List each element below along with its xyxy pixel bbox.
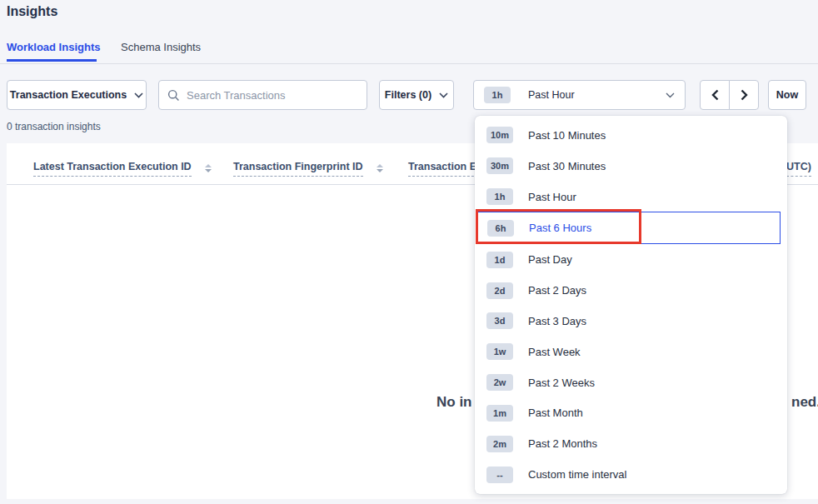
time-window-arrows xyxy=(700,80,760,110)
time-range-selector[interactable]: 1h Past Hour xyxy=(473,80,686,110)
sort-icon[interactable] xyxy=(377,164,383,172)
column-header-clipped-mid: Transaction Ex xyxy=(408,161,482,177)
tab-schema-insights[interactable]: Schema Insights xyxy=(121,41,201,53)
column-header-label[interactable]: Latest Transaction Execution ID xyxy=(33,161,192,177)
time-option-2m[interactable]: 2m Past 2 Months xyxy=(475,428,787,459)
time-option-label: Past 2 Weeks xyxy=(528,377,595,389)
search-box[interactable] xyxy=(158,80,367,110)
page-title: Insights xyxy=(7,4,57,19)
chevron-down-icon xyxy=(134,92,143,98)
time-option-badge: 10m xyxy=(486,127,513,143)
chevron-down-icon xyxy=(666,92,675,98)
tabs-divider xyxy=(0,63,818,64)
search-transactions-input[interactable] xyxy=(187,89,358,102)
next-time-window-button[interactable] xyxy=(729,80,759,110)
filters-button[interactable]: Filters (0) xyxy=(379,80,454,110)
time-option-label: Past 10 Minutes xyxy=(528,129,606,142)
tab-workload-insights[interactable]: Workload Insights xyxy=(7,41,100,53)
time-option-label: Past 3 Days xyxy=(528,315,586,327)
filters-label: Filters (0) xyxy=(385,89,431,101)
time-option-badge: 3d xyxy=(486,312,513,329)
time-range-badge: 1h xyxy=(484,87,511,103)
time-option-2w[interactable]: 2w Past 2 Weeks xyxy=(475,367,787,398)
column-header-label[interactable]: Transaction Fingerprint ID xyxy=(233,161,363,177)
execution-type-dropdown[interactable]: Transaction Executions xyxy=(7,80,147,110)
time-option-badge: 6h xyxy=(487,220,514,237)
time-option-badge: 1h xyxy=(486,188,513,205)
execution-type-label: Transaction Executions xyxy=(10,89,127,101)
time-option-label: Past 30 Minutes xyxy=(528,160,606,172)
previous-time-window-button[interactable] xyxy=(700,80,730,110)
time-option-2d[interactable]: 2d Past 2 Days xyxy=(475,275,787,306)
column-header-transaction-fingerprint-id: Transaction Fingerprint ID xyxy=(233,161,383,177)
time-option-badge: 1m xyxy=(486,405,513,422)
column-header-clipped-utc: UTC) xyxy=(786,161,811,177)
time-option-1d[interactable]: 1d Past Day xyxy=(475,244,787,275)
column-header-label[interactable]: UTC) xyxy=(786,161,811,177)
column-header-label[interactable]: Transaction Ex xyxy=(408,161,482,177)
search-icon xyxy=(167,89,180,102)
time-option-30m[interactable]: 30m Past 30 Minutes xyxy=(475,151,787,182)
time-option-label: Past 2 Days xyxy=(528,284,586,297)
time-option-label: Past Month xyxy=(528,407,583,419)
time-option-label: Custom time interval xyxy=(528,468,626,481)
time-option-badge: 2d xyxy=(486,282,513,299)
time-option-label: Past 6 Hours xyxy=(529,222,591,234)
time-option-badge: 1w xyxy=(486,343,513,360)
empty-state-text-fragment-right: ned. xyxy=(791,394,818,411)
time-range-dropdown-menu: 10m Past 10 Minutes 30m Past 30 Minutes … xyxy=(475,116,787,494)
time-option-badge: -- xyxy=(486,467,513,483)
chevron-down-icon xyxy=(439,92,448,98)
time-option-1h[interactable]: 1h Past Hour xyxy=(475,182,787,212)
time-option-badge: 2w xyxy=(486,374,513,391)
active-tab-underline xyxy=(7,59,97,62)
column-header-latest-transaction-execution-id: Latest Transaction Execution ID xyxy=(33,161,212,177)
time-option-label: Past Week xyxy=(528,346,581,358)
time-option-1m[interactable]: 1m Past Month xyxy=(475,397,787,428)
time-option-label: Past Hour xyxy=(528,191,576,203)
time-option-badge: 30m xyxy=(486,157,513,174)
empty-state-text-fragment-left: No in xyxy=(436,394,472,411)
time-option-label: Past 2 Months xyxy=(528,437,597,450)
time-option-badge: 2m xyxy=(486,436,513,452)
insights-count: 0 transaction insights xyxy=(7,121,101,132)
time-option-1w[interactable]: 1w Past Week xyxy=(475,337,787,367)
time-option-6h[interactable]: 6h Past 6 Hours xyxy=(477,212,781,244)
time-option-badge: 1d xyxy=(486,252,513,268)
time-option-label: Past Day xyxy=(528,253,572,266)
time-option-10m[interactable]: 10m Past 10 Minutes xyxy=(475,120,787,151)
time-range-label: Past Hour xyxy=(528,89,575,101)
time-option-3d[interactable]: 3d Past 3 Days xyxy=(475,306,787,337)
time-option-custom[interactable]: -- Custom time interval xyxy=(475,459,787,490)
sort-icon[interactable] xyxy=(205,164,212,172)
now-button[interactable]: Now xyxy=(768,80,806,110)
